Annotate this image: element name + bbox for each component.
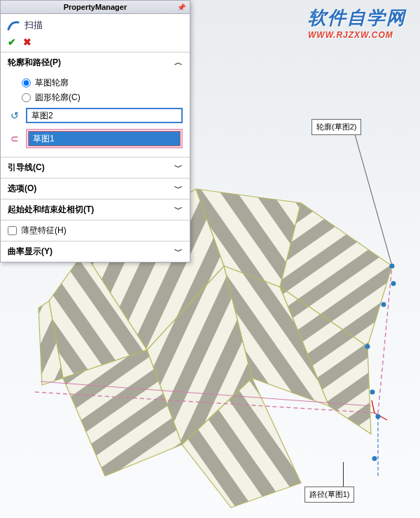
radio-sketch-profile[interactable]: 草图轮廓 — [8, 76, 183, 90]
cancel-button[interactable]: ✖ — [23, 36, 31, 48]
svg-line-19 — [372, 400, 374, 413]
profile-field[interactable] — [26, 108, 183, 123]
profile-icon: ↺ — [8, 108, 22, 122]
chevron-down-icon: ﹀ — [174, 183, 183, 195]
chevron-down-icon: ﹀ — [174, 204, 183, 216]
section-profile-path[interactable]: 轮廓和路径(P) ︿ — [1, 52, 190, 73]
watermark: 软件自学网 WWW.RJZXW.COM — [308, 6, 406, 40]
property-manager-panel: PropertyManager 📌 扫描 ✔ ✖ 轮廓和路径(P) ︿ 草图轮廓… — [0, 0, 190, 262]
svg-point-20 — [390, 264, 395, 269]
panel-title-bar: PropertyManager 📌 — [1, 1, 190, 14]
svg-point-21 — [391, 281, 396, 286]
pin-icon[interactable]: 📌 — [177, 4, 186, 11]
svg-point-24 — [370, 390, 375, 395]
chevron-up-icon: ︿ — [174, 57, 183, 69]
feature-title: 扫描 — [24, 19, 43, 31]
chevron-down-icon: ﹀ — [174, 246, 183, 258]
svg-point-23 — [365, 344, 370, 349]
path-icon: ⊂ — [8, 132, 22, 146]
radio-circular-profile[interactable]: 圆形轮廓(C) — [8, 90, 183, 105]
chevron-down-icon: ﹀ — [174, 162, 183, 174]
sweep-icon — [6, 18, 20, 32]
svg-point-22 — [382, 302, 386, 307]
callout-path: 路径(草图1) — [304, 486, 354, 503]
section-options[interactable]: 选项(O) ﹀ — [1, 178, 190, 199]
svg-point-26 — [372, 456, 377, 461]
checkbox-thin-feature[interactable]: 薄壁特征(H) — [1, 220, 190, 241]
section-tangent[interactable]: 起始处和结束处相切(T) ﹀ — [1, 200, 190, 220]
callout-profile: 轮廓(草图2) — [312, 119, 361, 135]
svg-point-25 — [376, 414, 381, 419]
ok-button[interactable]: ✔ — [8, 36, 16, 48]
path-field[interactable] — [28, 131, 181, 146]
section-curvature[interactable]: 曲率显示(Y) ﹀ — [1, 241, 190, 262]
section-guides[interactable]: 引导线(C) ﹀ — [1, 158, 190, 178]
